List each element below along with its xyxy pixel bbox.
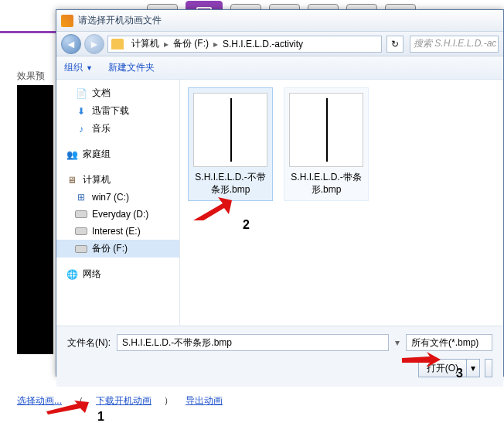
open-button[interactable]: 打开(O) ▾ bbox=[418, 359, 480, 377]
chevron-down-icon[interactable]: ▾ bbox=[395, 337, 400, 348]
nav-label: 计算机 bbox=[83, 173, 111, 186]
effect-preview-label: 效果预 bbox=[17, 70, 45, 83]
chevron-right-icon: ▸ bbox=[213, 39, 218, 49]
cancel-button-partial[interactable] bbox=[485, 359, 492, 377]
breadcrumb-seg[interactable]: 计算机 bbox=[128, 37, 162, 50]
export-animation-link[interactable]: 导出动画 bbox=[186, 394, 223, 408]
file-name: S.H.I.E.L.D.-带条形.bmp bbox=[289, 172, 363, 196]
file-item[interactable]: S.H.I.E.L.D.-带条形.bmp bbox=[284, 87, 369, 201]
nav-computer[interactable]: 🖥计算机 bbox=[56, 171, 179, 189]
breadcrumb[interactable]: 计算机 ▸ 备份 (F:) ▸ S.H.I.E.L.D.-activity bbox=[107, 36, 382, 53]
search-input[interactable]: 搜索 S.H.I.E.L.D.-ac bbox=[410, 36, 499, 53]
file-list[interactable]: S.H.I.E.L.D.-不带条形.bmp S.H.I.E.L.D.-带条形.b… bbox=[180, 80, 503, 326]
music-icon: ♪ bbox=[75, 123, 87, 135]
organize-label: 组织 bbox=[64, 61, 83, 74]
forward-button[interactable]: ► bbox=[84, 34, 104, 54]
paren-open: （ bbox=[74, 394, 83, 408]
drive-icon bbox=[75, 227, 87, 235]
paren-close: ） bbox=[164, 394, 173, 408]
nav-label: 备份 (F:) bbox=[92, 242, 128, 255]
nav-label: win7 (C:) bbox=[92, 192, 129, 203]
nav-drive-c[interactable]: ⊞win7 (C:) bbox=[56, 189, 179, 206]
chevron-down-icon: ▼ bbox=[86, 64, 93, 72]
nav-label: Everyday (D:) bbox=[92, 209, 148, 220]
download-icon: ⬇ bbox=[75, 105, 87, 118]
nav-label: 网络 bbox=[83, 268, 101, 281]
document-icon: 📄 bbox=[75, 87, 87, 100]
nav-label: 迅雷下载 bbox=[92, 104, 129, 118]
filter-label: 所有文件(*.bmp) bbox=[411, 336, 478, 350]
breadcrumb-seg[interactable]: 备份 (F:) bbox=[170, 37, 212, 50]
arrow-right-icon: ► bbox=[89, 39, 100, 49]
refresh-icon: ↻ bbox=[391, 39, 399, 49]
file-open-dialog: 请选择开机动画文件 ◄ ► 计算机 ▸ 备份 (F:) ▸ S.H.I.E.L.… bbox=[56, 9, 504, 377]
nav-label: Interest (E:) bbox=[92, 226, 141, 237]
file-thumbnail bbox=[193, 93, 267, 167]
organize-menu[interactable]: 组织 ▼ bbox=[64, 61, 93, 74]
arrow-left-icon: ◄ bbox=[66, 39, 77, 49]
new-folder-label: 新建文件夹 bbox=[108, 61, 155, 74]
filename-input[interactable] bbox=[117, 334, 389, 351]
nav-drive-f[interactable]: 备份 (F:) bbox=[56, 240, 179, 258]
new-folder-button[interactable]: 新建文件夹 bbox=[108, 61, 155, 74]
refresh-button[interactable]: ↻ bbox=[387, 36, 404, 53]
nav-label: 家庭组 bbox=[83, 148, 111, 161]
toolbar: 组织 ▼ 新建文件夹 bbox=[56, 56, 503, 80]
nav-documents[interactable]: 📄文档 bbox=[56, 84, 179, 102]
back-button[interactable]: ◄ bbox=[61, 34, 81, 54]
nav-xunlei[interactable]: ⬇迅雷下载 bbox=[56, 102, 179, 120]
chevron-down-icon[interactable]: ▾ bbox=[467, 363, 479, 374]
bottom-links: 选择动画... （ 下载开机动画 ） 导出动画 bbox=[17, 394, 223, 408]
file-name: S.H.I.E.L.D.-不带条形.bmp bbox=[193, 172, 267, 196]
homegroup-icon: 👥 bbox=[66, 148, 78, 161]
download-animation-link[interactable]: 下载开机动画 bbox=[96, 394, 152, 408]
network-icon: 🌐 bbox=[66, 268, 78, 281]
computer-icon: 🖥 bbox=[66, 174, 78, 186]
breadcrumb-seg[interactable]: S.H.I.E.L.D.-activity bbox=[220, 39, 306, 49]
file-type-filter[interactable]: 所有文件(*.bmp) bbox=[406, 334, 492, 351]
folder-icon bbox=[111, 39, 124, 49]
nav-homegroup[interactable]: 👥家庭组 bbox=[56, 145, 179, 163]
preview-area bbox=[17, 85, 53, 354]
nav-music[interactable]: ♪音乐 bbox=[56, 120, 179, 138]
app-icon bbox=[61, 15, 73, 27]
chevron-right-icon: ▸ bbox=[164, 39, 169, 49]
nav-label: 文档 bbox=[92, 87, 111, 100]
dialog-title: 请选择开机动画文件 bbox=[78, 14, 162, 27]
open-button-label: 打开(O) bbox=[419, 360, 467, 377]
nav-network[interactable]: 🌐网络 bbox=[56, 265, 179, 283]
navigation-pane[interactable]: 📄文档 ⬇迅雷下载 ♪音乐 👥家庭组 🖥计算机 ⊞win7 (C:) Every… bbox=[56, 80, 180, 326]
file-thumbnail bbox=[289, 93, 363, 167]
filename-label: 文件名(N): bbox=[67, 336, 111, 350]
dialog-footer: 文件名(N): ▾ 所有文件(*.bmp) 打开(O) ▾ bbox=[56, 326, 503, 387]
select-animation-link[interactable]: 选择动画... bbox=[17, 394, 62, 408]
titlebar: 请选择开机动画文件 bbox=[56, 10, 503, 32]
search-placeholder: 搜索 S.H.I.E.L.D.-ac bbox=[414, 37, 496, 50]
nav-drive-d[interactable]: Everyday (D:) bbox=[56, 206, 179, 223]
nav-drive-e[interactable]: Interest (E:) bbox=[56, 223, 179, 240]
drive-icon bbox=[75, 210, 87, 218]
nav-label: 音乐 bbox=[92, 122, 111, 135]
navbar: ◄ ► 计算机 ▸ 备份 (F:) ▸ S.H.I.E.L.D.-activit… bbox=[56, 32, 503, 56]
drive-icon bbox=[75, 245, 87, 253]
file-item[interactable]: S.H.I.E.L.D.-不带条形.bmp bbox=[188, 87, 273, 201]
drive-icon: ⊞ bbox=[75, 191, 87, 203]
